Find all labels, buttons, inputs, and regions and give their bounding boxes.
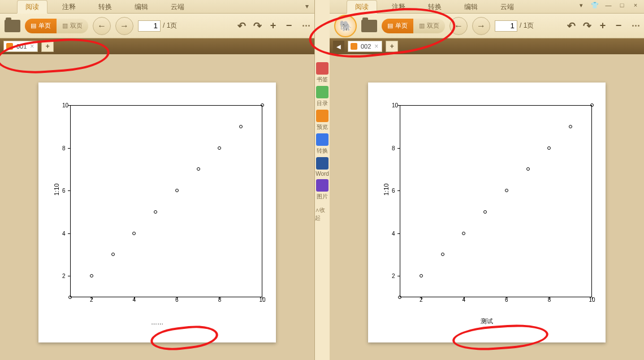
undo-icon[interactable]: ↶ — [236, 20, 247, 32]
app-logo-icon[interactable]: 🐘 — [334, 15, 357, 37]
doc-tab[interactable]: 001 × — [3, 41, 38, 52]
pdf-icon — [351, 43, 357, 50]
maximize-icon[interactable]: □ — [617, 1, 627, 9]
more-icon[interactable] — [302, 25, 310, 27]
toolbar-right: 🐘 ▤单页 ▥双页 ← → / 1页 ↶ ↷ + − — [330, 14, 644, 38]
back-button[interactable]: ← — [449, 17, 468, 35]
menu-dropdown-icon[interactable]: ▾ — [576, 1, 586, 9]
page-indicator: / 1页 — [138, 20, 177, 32]
tab-annotate[interactable]: 注释 — [54, 1, 84, 13]
page-input[interactable] — [495, 20, 517, 32]
sidebar-label: 转换 — [317, 147, 328, 155]
collapse-sidebar-icon[interactable]: ◀ — [333, 41, 344, 52]
sidebar-label: 书签 — [317, 76, 328, 84]
tab-convert[interactable]: 转换 — [420, 1, 449, 13]
doc-tabbar-right: ◀ 002 × + — [330, 38, 644, 54]
tab-read[interactable]: 阅读 — [17, 0, 47, 14]
forward-button[interactable]: → — [472, 17, 490, 35]
x-tick-label: 4 — [463, 297, 466, 303]
open-file-icon[interactable] — [5, 20, 20, 32]
forward-button[interactable]: → — [115, 17, 133, 35]
tab-cloud[interactable]: 云端 — [492, 1, 522, 13]
close-icon[interactable]: × — [374, 42, 378, 50]
minimize-icon[interactable]: — — [603, 1, 613, 9]
sidebar-icon — [316, 133, 329, 146]
sidebar-item-转换[interactable]: 转换 — [316, 133, 329, 155]
tab-read[interactable]: 阅读 — [347, 0, 377, 14]
undo-icon[interactable]: ↶ — [565, 20, 577, 32]
sidebar-item-预览[interactable]: 预览 — [316, 110, 329, 131]
tab-convert[interactable]: 转换 — [90, 1, 120, 13]
tab-annotate[interactable]: 注释 — [384, 1, 413, 13]
menu-dropdown-icon[interactable]: ▾ — [305, 2, 309, 10]
y-tick-label: 2 — [392, 273, 395, 279]
right-pane: 阅读 注释 转换 编辑 云端 ▾ 👕 — □ × 🐘 ▤单页 ▥双页 ← → — [330, 0, 644, 360]
tab-cloud[interactable]: 云端 — [163, 1, 192, 13]
page-input[interactable] — [138, 20, 161, 32]
redo-icon[interactable]: ↷ — [581, 20, 593, 32]
zoom-in-icon[interactable]: + — [267, 20, 279, 32]
tab-edit[interactable]: 编辑 — [127, 1, 156, 13]
x-tick-label: 10 — [589, 297, 595, 303]
open-file-icon[interactable] — [361, 20, 377, 32]
data-point — [68, 296, 72, 299]
sidebar-item-书签[interactable]: 书签 — [316, 62, 329, 84]
double-page-button[interactable]: ▥双页 — [57, 19, 88, 33]
collapse-button[interactable]: ∧收起 — [315, 206, 330, 222]
window-controls: ▾ 👕 — □ × — [576, 1, 641, 9]
sidebar-label: Word — [315, 171, 329, 177]
y-tick-label: 6 — [62, 188, 66, 194]
data-point — [462, 232, 465, 235]
sidebar-item-Word[interactable]: Word — [315, 157, 329, 177]
tab-edit[interactable]: 编辑 — [456, 1, 486, 13]
more-icon[interactable] — [632, 25, 639, 27]
x-tick-label: 2 — [90, 297, 93, 303]
add-tab-button[interactable]: + — [41, 41, 54, 52]
close-icon[interactable]: × — [30, 42, 34, 50]
back-button[interactable]: ← — [93, 17, 111, 35]
y-tick-label: 10 — [62, 102, 68, 109]
sidebar-label: 目录 — [317, 99, 328, 107]
single-page-button[interactable]: ▤单页 — [382, 19, 413, 33]
y-tick-label: 8 — [392, 145, 395, 151]
zoom-in-icon[interactable]: + — [597, 20, 608, 32]
redo-icon[interactable]: ↷ — [252, 20, 263, 32]
page-total-label: / 1页 — [163, 21, 177, 31]
zoom-out-icon[interactable]: − — [613, 20, 624, 32]
page-mode-group: ▤单页 ▥双页 — [382, 19, 445, 33]
x-tick-label: 6 — [175, 297, 179, 303]
data-point — [261, 103, 264, 107]
sidebar-icon — [316, 62, 329, 75]
close-window-icon[interactable]: × — [630, 1, 641, 9]
double-page-button[interactable]: ▥双页 — [413, 19, 445, 33]
pdf-icon — [6, 43, 13, 50]
data-point — [590, 103, 594, 107]
y-tick-label: 4 — [392, 230, 395, 236]
page-icon: ▤ — [31, 22, 36, 29]
y-tick-label: 4 — [62, 230, 66, 236]
add-tab-button[interactable]: + — [386, 41, 398, 52]
doc-tabbar-left: 001 × + — [0, 38, 314, 54]
sidebar-icon — [316, 157, 329, 170]
menu-tabbar-left: 阅读 注释 转换 编辑 云端 ▾ — [0, 0, 314, 14]
data-point — [483, 210, 487, 214]
doc-tab-label: 002 — [361, 43, 371, 50]
doc-tab[interactable]: 002 × — [348, 41, 382, 52]
menu-tabbar-right: 阅读 注释 转换 编辑 云端 ▾ 👕 — □ × — [330, 0, 644, 14]
sidebar-item-图片[interactable]: 图片 — [316, 179, 329, 201]
sidebar-item-目录[interactable]: 目录 — [316, 86, 329, 107]
data-point — [420, 274, 423, 277]
data-point — [526, 167, 530, 171]
page-canvas-left: 1:10 …… 246810246810 — [38, 83, 276, 342]
page-total-label: / 1页 — [520, 21, 534, 31]
single-page-button[interactable]: ▤单页 — [25, 19, 57, 33]
pin-icon[interactable]: 👕 — [590, 1, 600, 9]
zoom-out-icon[interactable]: − — [283, 20, 295, 32]
page-canvas-right: 1:10 测试 246810246810 — [368, 83, 606, 342]
x-tick-label: 2 — [420, 297, 423, 303]
page-indicator: / 1页 — [495, 20, 534, 32]
page-icon: ▥ — [62, 22, 68, 29]
x-axis-label-right: 测试 — [368, 317, 606, 326]
data-point — [398, 296, 401, 299]
data-point — [175, 189, 179, 192]
